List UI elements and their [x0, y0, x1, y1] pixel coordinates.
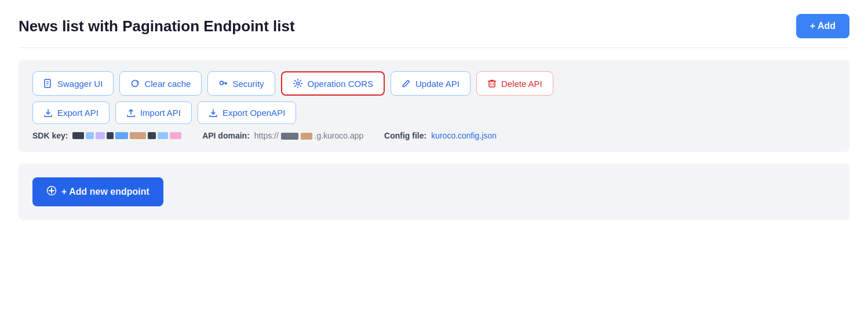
sdk-mask-3 [96, 132, 105, 139]
pencil-icon [402, 79, 411, 88]
sdk-mask-7 [148, 132, 156, 139]
add-endpoint-button[interactable]: + Add new endpoint [32, 177, 163, 206]
page-title: News list with Pagination Endpoint list [19, 17, 295, 35]
update-api-label: Update API [415, 79, 459, 89]
export-api-icon [43, 108, 53, 118]
export-api-button[interactable]: Export API [32, 101, 110, 124]
doc-icon [43, 79, 53, 88]
svg-point-8 [296, 82, 299, 85]
config-file-link[interactable]: kuroco.config.json [431, 131, 497, 140]
delete-api-label: Delete API [501, 79, 542, 89]
toolbar-row-2: Export API Import API Export OpenAPI [32, 101, 836, 124]
config-file-label: Config file: [384, 131, 426, 140]
delete-api-button[interactable]: Delete API [476, 71, 553, 96]
sdk-mask-4 [107, 132, 114, 139]
trash-icon [487, 79, 497, 88]
clear-cache-button[interactable]: Clear cache [119, 71, 202, 96]
refresh-icon [130, 79, 140, 88]
add-endpoint-label: + Add new endpoint [61, 187, 149, 197]
operation-cors-button[interactable]: Operation CORS [281, 71, 385, 96]
sdk-mask-8 [158, 132, 168, 139]
toolbar-section: Swagger UI Clear cache Security [19, 60, 849, 152]
sdk-mask-9 [170, 132, 181, 139]
sdk-mask-5 [115, 132, 128, 139]
sdk-mask-6 [130, 132, 146, 139]
export-openapi-label: Export OpenAPI [223, 108, 285, 118]
import-api-icon [126, 108, 136, 118]
security-label: Security [232, 79, 264, 89]
sdk-mask-2 [86, 132, 94, 139]
key-icon [218, 79, 228, 88]
add-endpoint-plus-icon [46, 185, 57, 198]
export-api-label: Export API [57, 108, 99, 118]
info-sep-2 [370, 131, 377, 140]
import-api-label: Import API [140, 108, 181, 118]
api-domain-value: https:// .g.kuroco.app [254, 131, 364, 140]
export-openapi-icon [209, 108, 218, 118]
update-api-button[interactable]: Update API [391, 71, 471, 96]
clear-cache-label: Clear cache [144, 79, 191, 89]
add-button[interactable]: + Add [796, 14, 849, 38]
domain-mask-2 [301, 133, 312, 140]
toolbar-row-1: Swagger UI Clear cache Security [32, 71, 836, 96]
svg-rect-9 [489, 81, 495, 87]
sdk-mask-1 [72, 132, 84, 139]
info-row: SDK key: API domain: https:// .g.kuroco.… [32, 131, 836, 140]
operation-cors-label: Operation CORS [308, 79, 373, 89]
sdk-key-label: SDK key: [32, 131, 68, 140]
endpoint-section: + Add new endpoint [19, 163, 849, 220]
page-header: News list with Pagination Endpoint list … [19, 14, 849, 48]
security-button[interactable]: Security [207, 71, 275, 96]
api-domain-label: API domain: [202, 131, 250, 140]
export-openapi-button[interactable]: Export OpenAPI [198, 101, 296, 124]
swagger-ui-button[interactable]: Swagger UI [32, 71, 114, 96]
import-api-button[interactable]: Import API [115, 101, 192, 124]
gear-icon [293, 78, 303, 89]
swagger-ui-label: Swagger UI [57, 79, 103, 89]
info-sep-1 [188, 131, 195, 140]
domain-mask-1 [281, 133, 298, 140]
sdk-key-value [72, 132, 181, 139]
